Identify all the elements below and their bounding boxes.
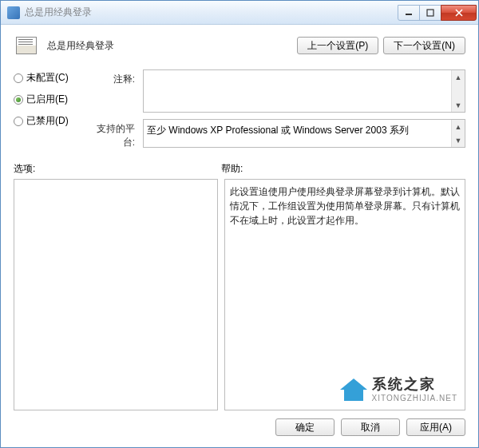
platform-row: 支持的平台: 至少 Windows XP Professional 或 Wind… xyxy=(87,119,465,149)
apply-button[interactable]: 应用(A) xyxy=(406,418,465,436)
radio-enabled-label: 已启用(E) xyxy=(26,93,68,106)
maximize-icon xyxy=(426,9,434,17)
ok-button[interactable]: 确定 xyxy=(275,418,335,436)
scroll-up-icon: ▲ xyxy=(452,120,465,133)
radio-enabled[interactable]: 已启用(E) xyxy=(14,93,87,106)
radio-disabled[interactable]: 已禁用(D) xyxy=(14,114,87,128)
platform-value: 至少 Windows XP Professional 或 Windows Ser… xyxy=(144,120,451,141)
svg-rect-0 xyxy=(406,14,412,15)
lower-labels: 选项: 帮助: xyxy=(14,162,465,176)
radio-group: 未配置(C) 已启用(E) 已禁用(D) xyxy=(14,69,87,128)
panes: 此设置迫使用户使用经典登录屏幕登录到计算机。默认情况下，工作组设置为使用简单登录… xyxy=(14,179,465,410)
radio-not-configured-label: 未配置(C) xyxy=(26,71,69,85)
options-pane xyxy=(14,179,218,410)
platform-box: 至少 Windows XP Professional 或 Windows Ser… xyxy=(143,119,465,148)
header-row: 总是用经典登录 上一个设置(P) 下一个设置(N) xyxy=(14,33,465,58)
content-area: 总是用经典登录 上一个设置(P) 下一个设置(N) 未配置(C) 已启用(E) … xyxy=(1,25,478,447)
policy-title: 总是用经典登录 xyxy=(47,39,114,53)
maximize-button[interactable] xyxy=(419,5,441,21)
close-icon xyxy=(455,9,463,17)
dialog-window: 总是用经典登录 总是用经典登录 上一个设置(P) 下一个设置(N) xyxy=(0,0,479,448)
svg-rect-1 xyxy=(427,10,433,16)
radio-disabled-label: 已禁用(D) xyxy=(26,114,69,128)
comment-scrollbar[interactable]: ▲ ▼ xyxy=(451,70,465,112)
minimize-button[interactable] xyxy=(398,5,420,21)
cancel-button[interactable]: 取消 xyxy=(341,418,400,436)
radio-enabled-indicator xyxy=(14,95,23,105)
titlebar-icon xyxy=(7,6,20,19)
window-controls xyxy=(398,5,477,21)
radio-disabled-indicator xyxy=(14,117,23,126)
titlebar[interactable]: 总是用经典登录 xyxy=(1,1,478,25)
config-row: 未配置(C) 已启用(E) 已禁用(D) 注释: ▲ xyxy=(14,69,465,149)
comment-input-wrap: ▲ ▼ xyxy=(143,69,465,113)
scroll-down-icon: ▼ xyxy=(452,133,465,147)
close-button[interactable] xyxy=(441,5,477,21)
nav-buttons: 上一个设置(P) 下一个设置(N) xyxy=(297,37,465,54)
help-label: 帮助: xyxy=(221,162,243,176)
minimize-icon xyxy=(405,9,413,17)
fields-column: 注释: ▲ ▼ 支持的平台: 至少 Windows XP Professiona… xyxy=(87,69,465,149)
policy-icon xyxy=(14,33,39,58)
titlebar-title: 总是用经典登录 xyxy=(25,6,398,19)
previous-setting-button[interactable]: 上一个设置(P) xyxy=(297,37,378,54)
platform-label: 支持的平台: xyxy=(87,119,135,149)
options-label: 选项: xyxy=(14,162,221,176)
scroll-down-icon: ▼ xyxy=(452,98,465,112)
platform-scrollbar[interactable]: ▲ ▼ xyxy=(451,120,465,147)
radio-not-configured[interactable]: 未配置(C) xyxy=(14,71,87,85)
help-pane: 此设置迫使用户使用经典登录屏幕登录到计算机。默认情况下，工作组设置为使用简单登录… xyxy=(224,179,465,410)
radio-not-configured-indicator xyxy=(14,73,23,83)
footer: 确定 取消 应用(A) xyxy=(14,410,465,439)
comment-input[interactable] xyxy=(144,70,451,112)
next-setting-button[interactable]: 下一个设置(N) xyxy=(383,37,465,54)
comment-label: 注释: xyxy=(87,69,135,86)
scroll-up-icon: ▲ xyxy=(452,70,465,84)
comment-row: 注释: ▲ ▼ xyxy=(87,69,465,113)
